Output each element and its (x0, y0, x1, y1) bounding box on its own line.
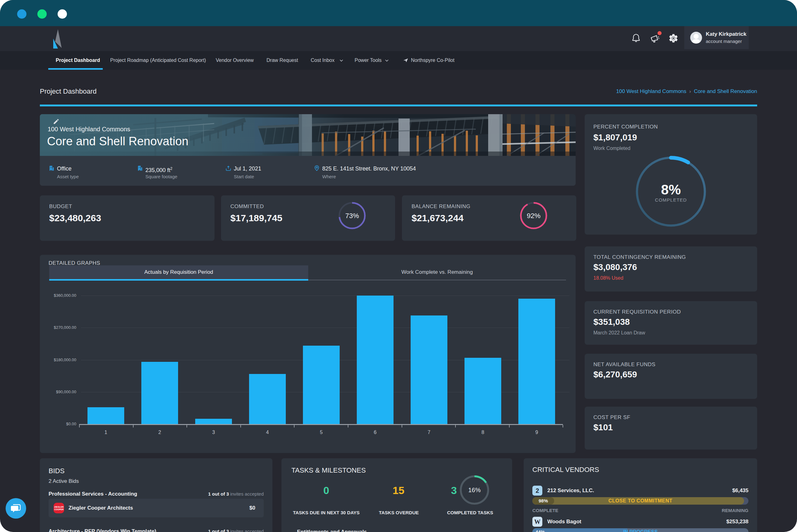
svg-text:73%: 73% (345, 212, 359, 220)
svg-text:92%: 92% (527, 212, 540, 220)
svg-text:16%: 16% (468, 487, 481, 493)
